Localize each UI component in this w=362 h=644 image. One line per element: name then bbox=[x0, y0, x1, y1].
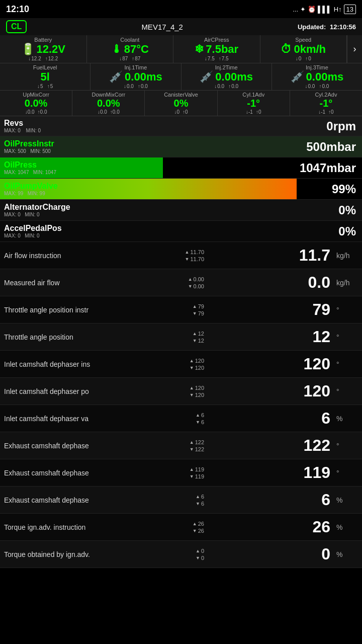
sdl-unit-throttle-instr: ° bbox=[334, 306, 362, 314]
sdl-unit-torque-ign-obtained: % bbox=[334, 550, 362, 558]
inj3-value: 💉 0.00ms bbox=[274, 70, 360, 84]
battery-icon: 13 bbox=[344, 5, 356, 14]
gauge-aircpress-value: ❄ 7.5bar bbox=[175, 43, 258, 56]
sdl-minmax-airflow-instr: ▲ 11.70 ▼ 11.70 bbox=[166, 249, 206, 262]
updated-info: Updated: 12:10:56 bbox=[298, 23, 356, 31]
sensor-data-row-torque-ign-obtained[interactable]: Torque obtained by ign.adv. ▲ 0 ▼ 0 0 % bbox=[0, 541, 362, 568]
sensor-data-row-throttle-pos[interactable]: Throttle angle position ▲ 12 ▼ 12 12 ° bbox=[0, 324, 362, 351]
sensor-row-oilpress[interactable]: OilPress MAX: 1047 MIN: 1047 1047mbar bbox=[0, 157, 362, 179]
battery-gauge-icon: 🔋 bbox=[21, 43, 35, 56]
top-bar: CL MEV17_4_2 Updated: 12:10:56 bbox=[0, 18, 362, 35]
inj-3time[interactable]: Inj.3Time 💉 0.00ms 0.0 0.0 bbox=[272, 63, 362, 90]
sdl-unit-inlet-cam-instr: ° bbox=[334, 360, 362, 368]
sensor-row-alternatorcharge[interactable]: AlternatorCharge MAX: 0 MIN: 0 0% bbox=[0, 200, 362, 221]
sensor-data-row-exhaust-cam-1[interactable]: Exhaust camshaft dephase ▲ 122 ▼ 122 122… bbox=[0, 432, 362, 459]
mix-canistervalve[interactable]: CanisterValve 0% 0 0 bbox=[145, 91, 217, 116]
sdl-minmax-inlet-cam-var: ▲ 6 ▼ 6 bbox=[166, 412, 206, 425]
sdl-name-exhaust-cam-3: Exhaust camshaft dephase bbox=[0, 494, 166, 506]
gauge-battery[interactable]: Battery 🔋 12.2V 12.2 12.2 bbox=[0, 35, 87, 63]
signal-dots: ... bbox=[293, 6, 298, 13]
gauge-aircpress[interactable]: AirCPress ❄ 7.5bar 7.5 7.5 bbox=[173, 35, 260, 63]
sensor-data-row-inlet-cam-var[interactable]: Inlet camshaft dephaser va ▲ 6 ▼ 6 6 % bbox=[0, 405, 362, 432]
sdl-name-inlet-cam-pos: Inlet camshaft dephaser po bbox=[0, 385, 166, 397]
sdl-minmax-throttle-instr: ▲ 79 ▼ 79 bbox=[166, 303, 206, 316]
gauge-aircpress-label: AirCPress bbox=[175, 37, 258, 43]
speed-gauge-icon: ⏱ bbox=[281, 43, 292, 56]
sdl-unit-torque-ign-instr: % bbox=[334, 523, 362, 531]
sdl-value-exhaust-cam-1: 122 bbox=[206, 436, 334, 455]
sensor-data-list: Air flow instruction ▲ 11.70 ▼ 11.70 11.… bbox=[0, 242, 362, 568]
updated-label: Updated: 12:10:56 bbox=[298, 23, 356, 31]
sensor-row-accelpedalpos[interactable]: AccelPedalPos MAX: 0 MIN: 0 0% bbox=[0, 221, 362, 242]
mix-downmixcorr[interactable]: DownMixCorr 0.0% 0.0 0.0 bbox=[72, 91, 145, 116]
coolant-gauge-icon: 🌡 bbox=[111, 43, 122, 56]
sdl-minmax-throttle-pos: ▲ 12 ▼ 12 bbox=[166, 331, 206, 344]
alternatorcharge-label: AlternatorCharge bbox=[4, 203, 157, 212]
sensor-row-revs[interactable]: Revs MAX: 0 MIN: 0 0rpm bbox=[0, 116, 362, 136]
oilpress-label: OilPress bbox=[4, 160, 157, 170]
sdl-unit-inlet-cam-pos: ° bbox=[334, 387, 362, 395]
gauge-battery-label: Battery bbox=[2, 37, 84, 43]
gauge-scroll-indicator[interactable]: › bbox=[347, 35, 362, 63]
inj-bar: FuelLevel 5l 5 5 Inj.1Time 💉 0.00ms 0.0 … bbox=[0, 63, 362, 91]
sdl-unit-exhaust-cam-1: ° bbox=[334, 442, 362, 450]
sensor-row-oilpressinstr[interactable]: OilPressInstr MAX: 500 MIN: 500 500mbar bbox=[0, 136, 362, 157]
sensor-data-row-airflow-instr[interactable]: Air flow instruction ▲ 11.70 ▼ 11.70 11.… bbox=[0, 242, 362, 269]
sdl-name-inlet-cam-var: Inlet camshaft dephaser va bbox=[0, 413, 166, 425]
inj-1time[interactable]: Inj.1Time 💉 0.00ms 0.0 0.0 bbox=[90, 63, 181, 90]
sensor-data-row-inlet-cam-instr[interactable]: Inlet camshaft dephaser ins ▲ 120 ▼ 120 … bbox=[0, 351, 362, 378]
sdl-value-measured-airflow: 0.0 bbox=[206, 273, 334, 292]
oilpumpvalve-label: OilPumpValve bbox=[4, 182, 157, 191]
sensor-data-row-torque-ign-instr[interactable]: Torque ign.adv. instruction ▲ 26 ▼ 26 26… bbox=[0, 514, 362, 541]
alternatorcharge-value: 0% bbox=[161, 203, 362, 217]
sdl-value-throttle-instr: 79 bbox=[206, 300, 334, 319]
sensor-data-row-exhaust-cam-3[interactable]: Exhaust camshaft dephase ▲ 6 ▼ 6 6 % bbox=[0, 487, 362, 514]
status-bar: 12:10 ... ✦ ⏰ ▌▌▌ H↑ 13 bbox=[0, 0, 362, 18]
sdl-minmax-exhaust-cam-3: ▲ 6 ▼ 6 bbox=[166, 494, 206, 507]
fuellevel-value: 5l bbox=[2, 70, 88, 84]
sdl-minmax-inlet-cam-pos: ▲ 120 ▼ 120 bbox=[166, 385, 206, 398]
gauge-speed-minmax: 0 0 bbox=[262, 56, 345, 61]
sensor-rows-section: Revs MAX: 0 MIN: 0 0rpm OilPressInstr MA… bbox=[0, 116, 362, 242]
sdl-value-exhaust-cam-2: 119 bbox=[206, 463, 334, 482]
inj1-label: Inj.1Time bbox=[93, 64, 178, 70]
sdl-unit-throttle-pos: ° bbox=[334, 333, 362, 341]
sdl-value-airflow-instr: 11.7 bbox=[206, 246, 334, 265]
gauge-coolant[interactable]: Coolant 🌡 87°C 87 87 bbox=[87, 35, 174, 63]
sensor-data-row-exhaust-cam-2[interactable]: Exhaust camshaft dephase ▲ 119 ▼ 119 119… bbox=[0, 459, 362, 487]
inj3-icon: 💉 bbox=[291, 70, 304, 84]
inj-fuellevel[interactable]: FuelLevel 5l 5 5 bbox=[0, 63, 90, 90]
mix-upmixcorr[interactable]: UpMixCorr 0.0% 0.0 0.0 bbox=[0, 91, 72, 116]
sdl-name-throttle-instr: Throttle angle position instr bbox=[0, 304, 166, 316]
sdl-value-inlet-cam-var: 6 bbox=[206, 409, 334, 428]
gauge-speed-value: ⏱ 0km/h bbox=[262, 43, 345, 56]
sdl-unit-measured-airflow: kg/h bbox=[334, 279, 362, 287]
oilpressinstr-label: OilPressInstr bbox=[4, 139, 157, 148]
signal-bars-icon: ▌▌▌ bbox=[318, 6, 332, 13]
mix-cyl1adv[interactable]: Cyl.1Adv -1° -1 0 bbox=[218, 91, 290, 116]
fuellevel-minmax: 5 5 bbox=[2, 84, 88, 89]
sdl-value-torque-ign-instr: 26 bbox=[206, 518, 334, 536]
mix-cyl2adv[interactable]: Cyl.2Adv -1° -1 0 bbox=[290, 91, 362, 116]
sdl-name-throttle-pos: Throttle angle position bbox=[0, 331, 166, 343]
inj2-value: 💉 0.00ms bbox=[184, 70, 269, 84]
oilpress-value: 1047mbar bbox=[161, 161, 362, 175]
fuellevel-label: FuelLevel bbox=[2, 64, 88, 70]
sensor-data-row-measured-airflow[interactable]: Measured air flow ▲ 0.00 ▼ 0.00 0.0 kg/h bbox=[0, 269, 362, 296]
sdl-minmax-exhaust-cam-1: ▲ 122 ▼ 122 bbox=[166, 439, 206, 452]
sdl-minmax-measured-airflow: ▲ 0.00 ▼ 0.00 bbox=[166, 276, 206, 289]
status-time: 12:10 bbox=[6, 4, 29, 15]
sensor-data-row-inlet-cam-pos[interactable]: Inlet camshaft dephaser po ▲ 120 ▼ 120 1… bbox=[0, 378, 362, 405]
network-type-icon: H↑ bbox=[334, 6, 342, 13]
ecu-id: MEV17_4_2 bbox=[141, 23, 183, 31]
revs-value: 0rpm bbox=[326, 119, 362, 133]
sdl-name-exhaust-cam-2: Exhaust camshaft dephase bbox=[0, 467, 166, 479]
sdl-minmax-exhaust-cam-2: ▲ 119 ▼ 119 bbox=[166, 466, 206, 479]
gauge-speed-label: Speed bbox=[262, 37, 345, 43]
sensor-data-row-throttle-instr[interactable]: Throttle angle position instr ▲ 79 ▼ 79 … bbox=[0, 296, 362, 324]
inj-2time[interactable]: Inj.2Time 💉 0.00ms 0.0 0.0 bbox=[182, 63, 272, 90]
cl-badge[interactable]: CL bbox=[6, 20, 27, 33]
sdl-minmax-inlet-cam-instr: ▲ 120 ▼ 120 bbox=[166, 358, 206, 371]
gauge-speed[interactable]: Speed ⏱ 0km/h 0 0 bbox=[260, 35, 347, 63]
sensor-row-oilpumpvalve[interactable]: OilPumpValve MAX: 99 MIN: 99 99% bbox=[0, 179, 362, 200]
